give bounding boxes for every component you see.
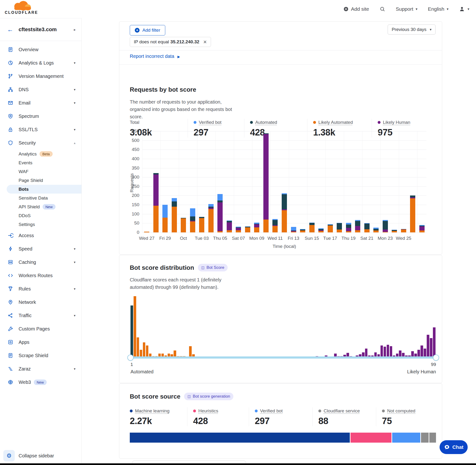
sidebar-item-overview[interactable]: Overview (0, 43, 82, 56)
sidebar-item-security[interactable]: Security▴ (0, 136, 82, 149)
chat-button[interactable]: Chat (440, 440, 468, 454)
stat-label[interactable]: Automated (255, 120, 277, 125)
sidebar-subitem-settings[interactable]: Settings (0, 220, 82, 229)
chevron-down-icon[interactable]: ▾ (74, 260, 75, 264)
bar-segment-likely-automated (401, 230, 406, 232)
collapse-sidebar-label: Collapse sidebar (19, 453, 54, 459)
sidebar-item-apps[interactable]: Apps (0, 336, 82, 349)
sidebar-item-label: Web3 (19, 380, 31, 385)
report-incorrect-data-link[interactable]: Report incorrect data ▶ (130, 53, 180, 59)
chevron-down-icon[interactable]: ▾ (74, 314, 75, 317)
collapse-sidebar-button[interactable]: ⚙ Collapse sidebar (0, 448, 82, 463)
sidebar-item-access[interactable]: Access (0, 229, 82, 242)
wrench-icon (8, 326, 13, 332)
stat-label[interactable]: Likely Human (383, 120, 410, 125)
sidebar-item-traffic[interactable]: Traffic▾ (0, 309, 82, 322)
sidebar-subitem-analytics[interactable]: AnalyticsBeta (0, 149, 82, 158)
chevron-down-icon[interactable]: ▾ (74, 101, 75, 105)
chevron-down-icon[interactable]: ▾ (74, 88, 75, 91)
document-icon (8, 353, 13, 358)
stat-label-row: Cloudflare service (318, 408, 376, 413)
report-link-label: Report incorrect data (130, 53, 174, 59)
sidebar-item-rules[interactable]: Rules▾ (0, 282, 82, 296)
legend-dot-icon (194, 121, 196, 124)
stat-label[interactable]: Not computed (387, 408, 415, 413)
sidebar-subitem-bots[interactable]: Bots (0, 185, 82, 194)
y-tick-label: 150 (124, 202, 139, 207)
sidebar-item-dns[interactable]: DNS▾ (0, 83, 82, 96)
chevron-down-icon[interactable]: ▾ (74, 128, 75, 131)
add-site-button[interactable]: Add site (343, 6, 369, 12)
sidebar-item-email[interactable]: Email▾ (0, 96, 82, 109)
gridline-v (179, 131, 179, 232)
envelope-icon (8, 100, 13, 106)
bar-segment-likely-human (419, 226, 424, 231)
add-filter-button[interactable]: + Add filter (130, 25, 165, 35)
sidebar-item-spectrum[interactable]: Spectrum (0, 109, 82, 123)
stat-cloudflare-service: Cloudflare service88 (312, 407, 376, 426)
back-arrow-icon[interactable]: ← (7, 26, 13, 33)
close-icon[interactable]: ✕ (203, 39, 207, 45)
bar-segment-automated (410, 195, 415, 197)
stat-label[interactable]: Heuristics (198, 408, 218, 413)
gear-icon[interactable]: ⚙ (3, 450, 15, 461)
date-range-dropdown[interactable]: Previous 30 days ▾ (388, 24, 435, 34)
site-switcher[interactable]: ← cftestsite3.com ▸ (0, 18, 81, 41)
gridline-h (142, 149, 426, 150)
sidebar-item-custom-pages[interactable]: Custom Pages (0, 322, 82, 336)
sidebar-item-zaraz[interactable]: Zaraz▾ (0, 362, 82, 375)
bar-segment-likely-automated (227, 230, 232, 232)
sidebar-subitem-waf[interactable]: WAF (0, 167, 82, 176)
gridline-v (160, 131, 161, 232)
pie-chart-icon (8, 60, 13, 66)
y-tick-label: 300 (124, 175, 139, 180)
sidebar-item-label: DNS (19, 87, 29, 92)
chevron-down-icon: ▾ (430, 27, 432, 32)
account-menu[interactable]: ▾ (459, 6, 469, 12)
bar-segment-automated (337, 223, 342, 230)
stat-label[interactable]: Verified bot (199, 120, 222, 125)
bot-score-badge[interactable]: ◫Bot Score (198, 264, 228, 271)
sidebar-item-version-management[interactable]: Version Management (0, 70, 82, 83)
chevron-down-icon[interactable]: ▾ (74, 287, 75, 291)
sidebar-item-web3[interactable]: Web3New (0, 375, 82, 389)
bar-segment-likely-automated (309, 225, 315, 232)
stat-label[interactable]: Likely Automated (318, 120, 353, 125)
sidebar-subitem-sensitive-data[interactable]: Sensitive Data (0, 194, 82, 202)
sidebar-item-network[interactable]: Network (0, 296, 82, 309)
histogram-bar (143, 342, 146, 359)
slider-handle-max[interactable] (433, 355, 439, 361)
sidebar-item-analytics-logs[interactable]: Analytics & Logs▾ (0, 56, 82, 70)
sidebar-subitem-events[interactable]: Events (0, 158, 82, 167)
score-range-slider-track[interactable] (130, 356, 436, 359)
filter-chip[interactable]: IP does not equal 35.212.240.32 ✕ (130, 37, 211, 47)
section-title: Bot score distribution◫Bot Score (130, 264, 228, 271)
sidebar-item-workers-routes[interactable]: Workers Routes (0, 269, 82, 282)
sidebar-item-ssl-tls[interactable]: SSL/TLS▾ (0, 123, 82, 136)
distribution-title: Bot score distribution (130, 264, 194, 271)
cloudflare-logo[interactable]: CLOUDFLARE (5, 1, 41, 17)
chevron-up-icon[interactable]: ▴ (74, 141, 75, 145)
sidebar-subitem-ddos[interactable]: DDoS (0, 211, 82, 220)
stat-label[interactable]: Cloudflare service (324, 408, 360, 413)
bar-segment-likely-automated (236, 230, 241, 232)
sidebar-item-scrape-shield[interactable]: Scrape Shield (0, 349, 82, 362)
search-button[interactable] (380, 6, 385, 12)
sidebar-item-caching[interactable]: Caching▾ (0, 255, 82, 269)
bar-segment-automated (383, 221, 388, 230)
language-menu[interactable]: English ▾ (428, 6, 448, 12)
sidebar-subitem-api-shield[interactable]: API ShieldNew (0, 202, 82, 211)
bot-score-generation-badge[interactable]: ◫Bot score generation (184, 393, 233, 400)
chart-bar (162, 205, 168, 232)
stat-label[interactable]: Verified bot (260, 408, 283, 413)
slider-handle-min[interactable] (127, 355, 134, 361)
chevron-down-icon[interactable]: ▾ (74, 247, 75, 251)
chevron-down-icon[interactable]: ▾ (74, 61, 75, 65)
stat-label[interactable]: Machine learning (135, 408, 169, 413)
support-menu[interactable]: Support ▾ (396, 6, 417, 12)
sidebar-item-speed[interactable]: Speed▾ (0, 242, 82, 255)
sidebar-subitem-label: Sensitive Data (19, 195, 48, 201)
chart-bar (272, 219, 278, 232)
chevron-down-icon[interactable]: ▾ (74, 367, 75, 371)
sidebar-subitem-page-shield[interactable]: Page Shield (0, 176, 82, 185)
